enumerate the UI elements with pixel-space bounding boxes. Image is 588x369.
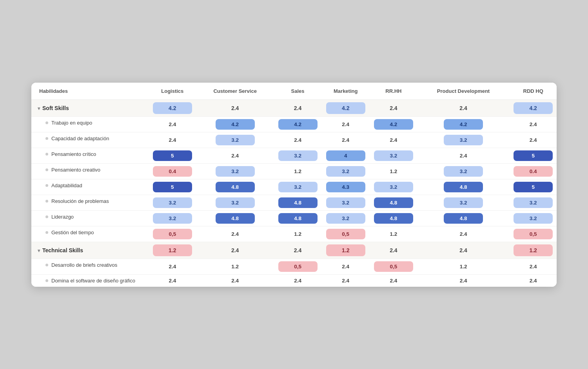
group-cell: 1.2 xyxy=(321,242,370,259)
cell-value: 3.2 xyxy=(510,195,557,210)
cell-value: 3.2 xyxy=(370,148,417,163)
cell-value: 3.2 xyxy=(510,210,557,226)
row-label: Adaptabilidad xyxy=(31,179,149,192)
group-cell: 2.4 xyxy=(417,242,510,259)
cell-value: 1.2 xyxy=(196,259,274,274)
cell-value: 0,5 xyxy=(149,226,196,242)
cell-value: 4.8 xyxy=(196,179,274,195)
cell-value: 3.2 xyxy=(196,132,274,148)
cell-value: 2.4 xyxy=(417,226,510,242)
cell-value: 4.8 xyxy=(370,210,417,226)
group-header-row: ▾Technical Skills1.22.42.41.22.42.41.2 xyxy=(31,242,557,259)
row-label-text: Resolución de problemas xyxy=(51,198,109,204)
cell-value: 2.4 xyxy=(149,259,196,274)
row-label-text: Trabajo en equipo xyxy=(51,120,92,126)
col-marketing: Marketing xyxy=(321,83,370,100)
group-cell: 1.2 xyxy=(149,242,196,259)
row-label-text: Adaptabilidad xyxy=(51,183,82,188)
cell-value: 2.4 xyxy=(321,116,370,132)
cell-value: 3.2 xyxy=(417,163,510,179)
table-row: Gestión del tiempo0,52.41.20,51.22.40,5 xyxy=(31,226,557,242)
cell-value: 2.4 xyxy=(370,274,417,287)
cell-value: 0,5 xyxy=(274,259,321,274)
cell-value: 0.4 xyxy=(510,163,557,179)
group-cell: 2.4 xyxy=(196,242,274,259)
bullet-icon xyxy=(45,215,48,218)
col-sales: Sales xyxy=(274,83,321,100)
col-product-dev: Product Development xyxy=(417,83,510,100)
bullet-icon xyxy=(45,231,48,234)
table-row: Resolución de problemas3.23.24.83.24.83.… xyxy=(31,195,557,210)
row-label-text: Liderazgo xyxy=(51,214,74,220)
cell-value: 3.2 xyxy=(274,179,321,195)
row-label-text: Pensamiento crítico xyxy=(51,151,96,157)
cell-value: 2.4 xyxy=(196,226,274,242)
cell-value: 3.2 xyxy=(417,132,510,148)
cell-value: 4.2 xyxy=(417,116,510,132)
cell-value: 2.4 xyxy=(321,259,370,274)
bullet-icon xyxy=(45,279,48,282)
cell-value: 0.4 xyxy=(149,163,196,179)
cell-value: 2.4 xyxy=(417,274,510,287)
cell-value: 0,5 xyxy=(370,259,417,274)
group-label: ▾Technical Skills xyxy=(31,242,149,259)
cell-value: 2.4 xyxy=(149,116,196,132)
cell-value: 2.4 xyxy=(510,132,557,148)
cell-value: 4.8 xyxy=(417,179,510,195)
cell-value: 3.2 xyxy=(370,179,417,195)
table-row: Desarrollo de briefs creativos2.41.20,52… xyxy=(31,259,557,274)
table-row: Pensamiento creativo0.43.21.23.21.23.20.… xyxy=(31,163,557,179)
row-label-text: Pensamiento creativo xyxy=(51,167,100,173)
cell-value: 2.4 xyxy=(149,132,196,148)
cell-value: 5 xyxy=(510,148,557,163)
cell-value: 4.8 xyxy=(417,210,510,226)
cell-value: 2.4 xyxy=(370,132,417,148)
col-logistics: Logistics xyxy=(149,83,196,100)
cell-value: 4.8 xyxy=(274,195,321,210)
cell-value: 3.2 xyxy=(196,195,274,210)
cell-value: 3.2 xyxy=(196,163,274,179)
table-wrap: Habilidades Logistics Customer Service S… xyxy=(31,83,557,287)
bullet-icon xyxy=(45,264,48,266)
row-label-text: Desarrollo de briefs creativos xyxy=(51,262,117,268)
cell-value: 2.4 xyxy=(510,259,557,274)
group-cell: 2.4 xyxy=(370,242,417,259)
row-label: Domina el software de diseño gráfico xyxy=(31,275,149,287)
bullet-icon xyxy=(45,153,48,156)
cell-value: 4.3 xyxy=(321,179,370,195)
bullet-icon xyxy=(45,137,48,140)
table-row: Adaptabilidad54.83.24.33.24.85 xyxy=(31,179,557,195)
cell-value: 2.4 xyxy=(417,148,510,163)
row-label: Capacidad de adaptación xyxy=(31,132,149,145)
cell-value: 4.8 xyxy=(370,195,417,210)
table-row: Trabajo en equipo2.44.24.22.44.24.22.4 xyxy=(31,116,557,132)
row-label: Pensamiento crítico xyxy=(31,148,149,160)
group-header-row: ▾Soft Skills4.22.42.44.22.42.44.2 xyxy=(31,99,557,116)
cell-value: 4.8 xyxy=(196,210,274,226)
group-cell: 2.4 xyxy=(274,242,321,259)
row-label-text: Capacidad de adaptación xyxy=(51,136,109,141)
group-cell: 4.2 xyxy=(149,99,196,116)
table-row: Capacidad de adaptación2.43.22.42.42.43.… xyxy=(31,132,557,148)
table-row: Liderazgo3.24.84.83.24.84.83.2 xyxy=(31,210,557,226)
row-label: Gestión del tiempo xyxy=(31,226,149,239)
cell-value: 4.2 xyxy=(274,116,321,132)
col-rdd-hq: RDD HQ xyxy=(510,83,557,100)
cell-value: 3.2 xyxy=(274,148,321,163)
main-card: Habilidades Logistics Customer Service S… xyxy=(31,83,557,287)
table-row: Pensamiento crítico52.43.243.22.45 xyxy=(31,148,557,163)
cell-value: 3.2 xyxy=(321,195,370,210)
col-customer-service: Customer Service xyxy=(196,83,274,100)
group-cell: 2.4 xyxy=(196,99,274,116)
cell-value: 0,5 xyxy=(321,226,370,242)
cell-value: 5 xyxy=(149,179,196,195)
cell-value: 2.4 xyxy=(321,274,370,287)
cell-value: 2.4 xyxy=(149,274,196,287)
cell-value: 4.2 xyxy=(370,116,417,132)
row-label-text: Gestión del tiempo xyxy=(51,230,94,235)
group-cell: 1.2 xyxy=(510,242,557,259)
cell-value: 3.2 xyxy=(149,210,196,226)
cell-value: 2.4 xyxy=(510,274,557,287)
group-cell: 2.4 xyxy=(417,99,510,116)
cell-value: 1.2 xyxy=(417,259,510,274)
